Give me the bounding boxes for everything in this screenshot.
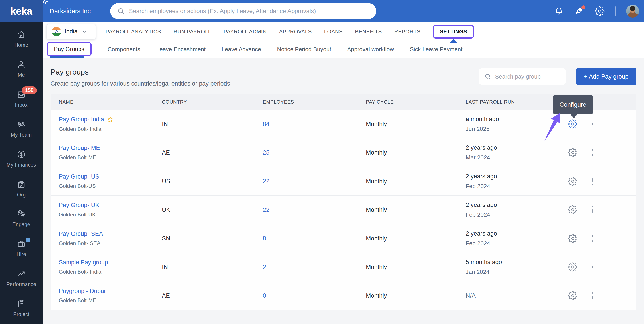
configure-gear-icon[interactable] <box>568 234 578 243</box>
row-menu-kebab-icon[interactable] <box>588 291 597 300</box>
row-actions <box>559 205 636 214</box>
search-icon <box>117 7 125 15</box>
tab-run-payroll[interactable]: RUN PAYROLL <box>174 28 211 35</box>
table-row: Sample Pay group Golden Bolt- India IN 2… <box>50 253 636 282</box>
tab-approvals[interactable]: APPROVALS <box>279 28 312 35</box>
row-menu-kebab-icon[interactable] <box>588 205 597 214</box>
paygroup-name-link[interactable]: Pay Group- India <box>59 116 104 123</box>
configure-gear-icon[interactable] <box>568 262 578 272</box>
tab-benefits[interactable]: BENEFITS <box>355 28 382 35</box>
sidebar-item-inbox[interactable]: Inbox 156 <box>0 85 42 115</box>
tab-payroll-admin[interactable]: PAYROLL ADMIN <box>224 28 266 35</box>
notifications-bell-icon[interactable] <box>554 6 564 16</box>
subtab-leave-advance[interactable]: Leave Advance <box>222 46 261 53</box>
subtab-approval-workflow[interactable]: Approval workflow <box>347 46 394 53</box>
name-cell: Pay Group- US Golden Bolt-US <box>50 173 162 189</box>
sidebar-item-project[interactable]: Project <box>0 294 42 324</box>
subtab-pay-groups[interactable]: Pay Groups <box>46 42 92 56</box>
employees-count-link[interactable]: 22 <box>263 206 270 213</box>
table-row: Paygroup - Dubai Golden Bolt-ME AE 0 Mon… <box>50 282 636 310</box>
employees-count-link[interactable]: 22 <box>263 178 270 184</box>
sidebar-item-org[interactable]: Org <box>0 174 42 204</box>
employees-cell: 22 <box>263 206 366 213</box>
paygroup-name-link[interactable]: Pay Group- ME <box>59 144 100 152</box>
employees-count-link[interactable]: 84 <box>263 121 270 127</box>
configure-gear-icon[interactable] <box>568 176 578 186</box>
column-header: EMPLOYEES <box>263 99 366 105</box>
country-cell: IN <box>162 264 263 270</box>
sidebar-item-hire[interactable]: Hire <box>0 234 42 264</box>
user-icon <box>16 60 26 70</box>
tab-loans[interactable]: LOANS <box>324 28 342 35</box>
row-menu-kebab-icon[interactable] <box>588 262 597 272</box>
sidebar-item-engage[interactable]: Engage <box>0 204 42 234</box>
row-menu-kebab-icon[interactable] <box>588 120 597 128</box>
row-actions <box>559 148 636 157</box>
row-menu-kebab-icon[interactable] <box>588 177 597 186</box>
tab-reports[interactable]: REPORTS <box>394 28 420 35</box>
last-payroll-run-cell: 2 years ago Mar 2024 <box>466 144 559 161</box>
pay-group-search-input[interactable] <box>495 73 561 80</box>
row-menu-kebab-icon[interactable] <box>588 234 597 243</box>
row-menu-kebab-icon[interactable] <box>588 148 597 157</box>
subtab-components[interactable]: Components <box>108 46 140 53</box>
sidebar-item-performance[interactable]: Performance <box>0 264 42 294</box>
sidebar-item-home[interactable]: Home <box>0 25 42 55</box>
last-payroll-run-cell: N/A <box>466 292 559 299</box>
subtab-notice-period-buyout[interactable]: Notice Period Buyout <box>277 46 331 53</box>
header-actions <box>554 0 639 22</box>
employees-cell: 22 <box>263 178 366 185</box>
country-selector[interactable]: India <box>46 24 96 40</box>
add-pay-group-button[interactable]: + Add Pay group <box>576 68 636 85</box>
paygroup-name-link[interactable]: Pay Group- UK <box>59 202 99 209</box>
last-run-relative: 2 years ago <box>466 144 559 151</box>
column-header: COUNTRY <box>162 99 263 105</box>
sidebar-item-my-team[interactable]: My Team <box>0 115 42 144</box>
last-run-relative: 2 years ago <box>466 202 559 208</box>
whats-new-rocket-icon[interactable] <box>574 6 584 16</box>
sidebar-item-label: Hire <box>16 252 26 258</box>
employees-cell: 8 <box>263 235 366 242</box>
last-payroll-run-cell: 2 years ago Feb 2024 <box>466 202 559 218</box>
employees-count-link[interactable]: 0 <box>263 292 266 299</box>
hire-icon <box>16 239 26 249</box>
star-icon[interactable] <box>107 116 114 123</box>
employees-count-link[interactable]: 25 <box>263 149 270 156</box>
employees-count-link[interactable]: 2 <box>263 264 266 270</box>
tab-payroll-analytics[interactable]: PAYROLL ANALYTICS <box>106 28 161 35</box>
row-actions <box>559 291 636 300</box>
app-root: keka Darksiders Inc Home Me Inbox 156 My… <box>0 0 644 324</box>
global-search-input[interactable] <box>129 8 370 15</box>
configure-gear-icon[interactable] <box>568 205 578 214</box>
avatar[interactable] <box>626 5 639 18</box>
paygroup-name-link[interactable]: Pay Group- SEA <box>59 230 103 237</box>
subtab-sick-leave-payment[interactable]: Sick Leave Payment <box>410 46 462 53</box>
paygroup-name-link[interactable]: Pay Group- US <box>59 173 99 180</box>
active-subtab-underline <box>50 56 84 58</box>
table-row: Pay Group- India Golden Bolt- India IN 8… <box>50 110 636 138</box>
sidebar: Home Me Inbox 156 My Team My Finances Or… <box>0 22 42 324</box>
sidebar-item-my-finances[interactable]: My Finances <box>0 144 42 174</box>
name-cell: Pay Group- SEA Golden Bolt- SEA <box>50 230 162 246</box>
sidebar-item-label: Project <box>13 311 30 317</box>
project-icon <box>16 299 26 309</box>
sidebar-item-me[interactable]: Me <box>0 55 42 85</box>
employees-count-link[interactable]: 8 <box>263 235 266 242</box>
pay-cycle-cell: Monthly <box>366 264 466 270</box>
employees-cell: 0 <box>263 292 366 299</box>
configure-gear-icon[interactable] <box>568 148 578 157</box>
table-header-row: NAMECOUNTRYEMPLOYEESPAY CYCLELAST PAYROL… <box>50 94 636 110</box>
legal-entity-label: Golden Bolt- SEA <box>59 240 162 246</box>
legal-entity-label: Golden Bolt-ME <box>59 298 162 304</box>
tab-settings[interactable]: SETTINGS <box>433 25 474 38</box>
last-run-month: Jun 2025 <box>466 126 559 132</box>
subtab-leave-encashment[interactable]: Leave Encashment <box>156 46 206 53</box>
settings-gear-icon[interactable] <box>595 6 604 16</box>
country-selector-label: India <box>64 28 78 35</box>
configure-gear-icon[interactable] <box>568 119 578 128</box>
country-cell: IN <box>162 121 263 128</box>
configure-gear-icon[interactable] <box>568 291 578 300</box>
paygroup-name-link[interactable]: Paygroup - Dubai <box>59 288 105 294</box>
pay-cycle-cell: Monthly <box>366 292 466 299</box>
paygroup-name-link[interactable]: Sample Pay group <box>59 259 108 266</box>
